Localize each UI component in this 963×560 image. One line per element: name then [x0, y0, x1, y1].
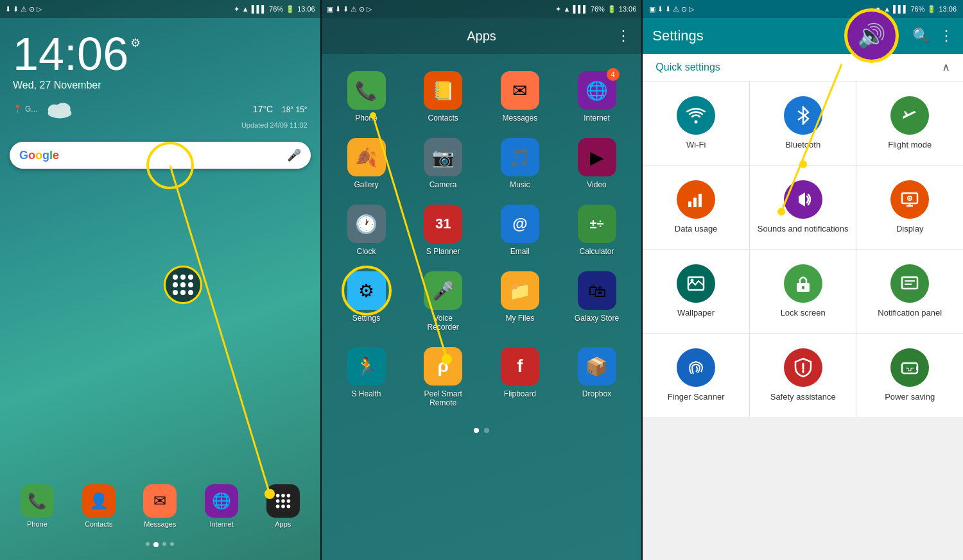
- display-svg: [900, 190, 919, 209]
- google-search-bar[interactable]: Google 🎤: [10, 142, 311, 169]
- app-peel[interactable]: ρ Peel SmartRemote: [404, 339, 482, 415]
- dropbox-label: Dropbox: [582, 389, 611, 398]
- app-dropbox[interactable]: 📦 Dropbox: [559, 339, 636, 415]
- status-right-3: ✦ ▲ ▌▌▌ 76% 🔋 13:06: [875, 5, 957, 13]
- app-camera[interactable]: 📷 Camera: [404, 130, 482, 197]
- wifi-svg: [686, 106, 706, 125]
- app-music[interactable]: 🎵 Music: [482, 130, 559, 197]
- time-icon: ⊙: [29, 5, 35, 13]
- app-voice-recorder[interactable]: 🎤 VoiceRecorder: [404, 264, 482, 339]
- camera-app-label: Camera: [429, 180, 457, 189]
- gallery-app-label: Gallery: [354, 180, 378, 189]
- play-icon: ▷: [37, 5, 42, 13]
- dock-phone[interactable]: 📞 Phone: [21, 484, 54, 528]
- settings-bluetooth[interactable]: Bluetooth: [750, 81, 856, 165]
- internet-app-label: Internet: [584, 114, 610, 123]
- app-phone[interactable]: 📞 Phone: [328, 64, 405, 130]
- galaxy-store-label: Galaxy Store: [575, 314, 619, 323]
- settings-flight-mode[interactable]: Flight mode: [856, 81, 963, 165]
- svg-point-14: [907, 196, 912, 201]
- play2-icon: ▷: [367, 5, 372, 13]
- apps-title: Apps: [467, 29, 496, 44]
- app-splanner[interactable]: 31 S Planner: [404, 197, 482, 264]
- flipboard-icon: f: [501, 347, 539, 386]
- app-flipboard[interactable]: f Flipboard: [482, 339, 559, 415]
- svg-rect-24: [916, 366, 918, 370]
- display-label: Display: [896, 224, 924, 235]
- location-pin-icon: 📍: [13, 105, 22, 114]
- bluetooth-yellow-dot: [799, 160, 807, 168]
- safety-svg: [794, 357, 812, 378]
- apps-page-indicators: [322, 428, 642, 433]
- home-date: Wed, 27 November: [13, 80, 308, 91]
- app-clock[interactable]: 🕐 Clock: [328, 197, 405, 264]
- app-internet[interactable]: 🌐 4 Internet: [559, 64, 636, 130]
- cloud-weather-icon: [44, 98, 76, 120]
- app-calculator[interactable]: ±÷ Calculator: [559, 197, 636, 264]
- settings-safety[interactable]: Safety assistance: [750, 334, 856, 417]
- settings-notification-panel[interactable]: Notification panel: [856, 250, 963, 333]
- apps-menu-icon[interactable]: ⋮: [616, 28, 632, 44]
- microphone-icon[interactable]: 🎤: [287, 148, 301, 162]
- search-settings-icon[interactable]: 🔍: [912, 28, 930, 44]
- contacts-icon: 👤: [82, 484, 116, 518]
- app-myfiles[interactable]: 📁 My Files: [482, 264, 559, 339]
- phone-app-label: Phone: [355, 114, 377, 123]
- fingerprint-settings-icon: [677, 348, 715, 387]
- apps-grid-button[interactable]: [164, 266, 202, 304]
- finger-scanner-label: Finger Scanner: [668, 392, 725, 403]
- dock-apps[interactable]: Apps: [266, 484, 300, 528]
- camera-app-icon: 📷: [424, 138, 462, 176]
- settings-finger-scanner[interactable]: Finger Scanner: [643, 334, 749, 417]
- wallpaper-settings-icon: [677, 264, 715, 303]
- dock-internet[interactable]: 🌐 Internet: [205, 484, 238, 528]
- internet-badge: 4: [607, 68, 620, 81]
- page-dot-4: [170, 542, 174, 546]
- settings-power-saving[interactable]: Power saving: [856, 334, 963, 417]
- app-galaxy-store[interactable]: 🛍 Galaxy Store: [559, 264, 636, 339]
- svg-rect-19: [802, 286, 804, 289]
- apps-label: Apps: [275, 520, 291, 528]
- download-icon: ⬇: [5, 5, 11, 13]
- bat2-pct: 76%: [591, 5, 605, 13]
- app-email[interactable]: @ Email: [482, 197, 559, 264]
- dl-icon: ⬇: [335, 5, 341, 13]
- svg-rect-11: [693, 198, 697, 207]
- app-contacts[interactable]: 📒 Contacts: [404, 64, 482, 130]
- settings-sounds[interactable]: Sounds and notifications: [750, 165, 856, 249]
- settings-lock-screen[interactable]: Lock screen: [750, 250, 856, 333]
- app-settings[interactable]: ⚙ Settings: [328, 264, 405, 339]
- app-video[interactable]: ▶ Video: [559, 130, 636, 197]
- more-settings-icon[interactable]: ⋮: [939, 28, 953, 44]
- svg-rect-10: [688, 201, 691, 207]
- dl3-icon: ⬇: [657, 5, 663, 13]
- settings-wallpaper[interactable]: Wallpaper: [643, 250, 749, 333]
- settings-icon-container: ⚙: [347, 271, 386, 310]
- messages-app-label: Messages: [502, 114, 537, 123]
- collapse-chevron-icon[interactable]: ∧: [942, 60, 950, 74]
- time3-val: 13:06: [939, 5, 957, 13]
- dock-messages[interactable]: ✉ Messages: [143, 484, 177, 528]
- svg-line-3: [170, 165, 270, 494]
- quick-settings-label: Quick settings: [655, 62, 720, 73]
- gallery-app-icon: 🍂: [347, 138, 386, 176]
- apps-grid: 📞 Phone 📒 Contacts ✉ Messages 🌐 4 Intern…: [322, 54, 642, 425]
- lock-screen-label: Lock screen: [781, 308, 826, 319]
- dock-contacts[interactable]: 👤 Contacts: [82, 484, 116, 528]
- app-shealth[interactable]: 🏃 S Health: [328, 339, 405, 415]
- app-gallery[interactable]: 🍂 Gallery: [328, 130, 405, 197]
- settings-data-usage[interactable]: Data usage: [643, 165, 749, 249]
- app-messages[interactable]: ✉ Messages: [482, 64, 559, 130]
- messages-icon: ✉: [143, 484, 177, 518]
- clock-app-icon: 🕐: [347, 205, 386, 243]
- svg-point-2: [56, 103, 71, 114]
- peel-icon: ρ: [424, 347, 462, 386]
- flight-svg: [900, 106, 919, 125]
- wifi-status-icon: ▲: [242, 5, 249, 13]
- settings-display[interactable]: Display: [856, 165, 963, 249]
- wallpaper-svg: [686, 274, 706, 293]
- wifi2-icon: ▲: [564, 5, 571, 13]
- battery-percent: 76%: [269, 5, 283, 13]
- settings-app-label: Settings: [352, 314, 380, 323]
- settings-wifi[interactable]: Wi-Fi: [643, 81, 749, 165]
